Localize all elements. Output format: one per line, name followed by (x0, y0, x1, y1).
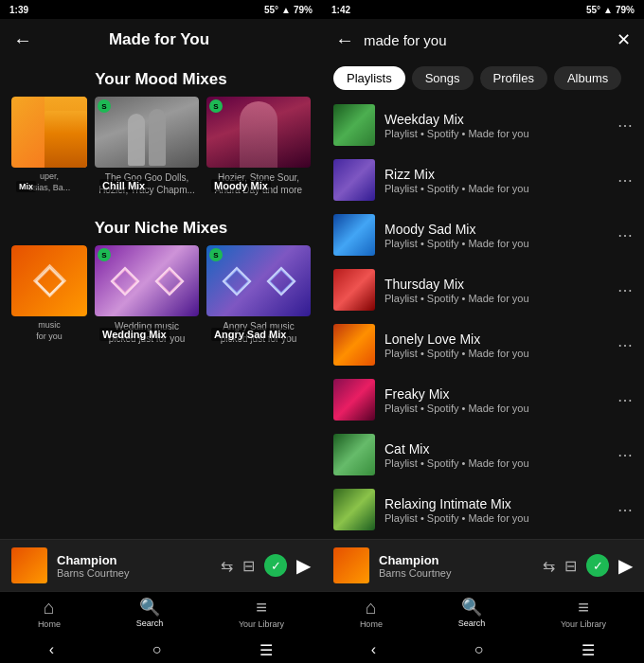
signal-left: 55° (264, 5, 278, 15)
search-label-left: Search (136, 618, 164, 628)
list-item-freaky[interactable]: Freaky Mix Playlist • Spotify • Made for… (322, 372, 644, 427)
results-list: Weekday Mix Playlist • Spotify • Made fo… (322, 98, 644, 539)
now-playing-left: Champion Barns Courtney ⇆ ⊟ ✓ ▶ (0, 539, 322, 591)
nav-search-right[interactable]: 🔍 Search (458, 599, 486, 628)
spotify-badge-chill (98, 99, 111, 113)
nav-home-left[interactable]: ⌂ Home (38, 598, 61, 629)
mix-card-super[interactable]: Mix uper,esias, Ba... (11, 97, 87, 196)
sub-cat: Playlist • Spotify • Made for you (385, 457, 608, 469)
niche-section-header: Your Niche Mixes (0, 209, 322, 245)
info-moody-sad: Moody Sad Mix Playlist • Spotify • Made … (385, 222, 608, 249)
search-input-right[interactable] (364, 32, 607, 48)
nav-search-left[interactable]: 🔍 Search (136, 599, 164, 628)
title-freaky: Freaky Mix (385, 386, 608, 402)
sys-recent-left[interactable]: ☰ (259, 641, 273, 659)
home-icon-left: ⌂ (44, 598, 55, 617)
thumb-thursday (333, 269, 375, 311)
more-moody-sad[interactable]: ⋯ (617, 226, 633, 244)
mix-card-niche1[interactable]: musicfor you (11, 245, 87, 345)
info-thursday: Thursday Mix Playlist • Spotify • Made f… (385, 277, 608, 304)
spotify-badge-wedding (98, 248, 111, 261)
list-item-relaxing[interactable]: Relaxing Intimate Mix Playlist • Spotify… (322, 482, 644, 537)
np-play-left[interactable]: ▶ (296, 554, 311, 577)
np-info-left: Champion Barns Courtney (57, 553, 211, 579)
wifi-icon-left: ▲ (281, 5, 291, 15)
more-lonely[interactable]: ⋯ (617, 336, 633, 354)
time-right: 1:42 (331, 5, 350, 15)
title-cat: Cat Mix (385, 441, 608, 457)
more-freaky[interactable]: ⋯ (617, 391, 633, 409)
np-info-right: Champion Barns Courtney (379, 553, 533, 579)
nav-library-right[interactable]: ≡ Your Library (561, 598, 606, 629)
left-panel: 1:39 55° ▲ 79% ← Made for You Your Mood … (0, 0, 322, 663)
sys-back-right[interactable]: ‹ (371, 641, 376, 658)
np-thumb-left (11, 547, 47, 583)
back-button-left[interactable]: ← (13, 30, 32, 49)
spotify-badge-moody (209, 99, 223, 113)
info-freaky: Freaky Mix Playlist • Spotify • Made for… (385, 386, 608, 414)
mix-label-angry-sad: Angry Sad Mix (211, 328, 289, 341)
right-panel: 1:42 55° ▲ 79% ← ✕ Playlists Songs Profi… (322, 0, 644, 663)
left-scroll-area: Your Mood Mixes Mix uper,esias, Ba... (0, 61, 322, 539)
tab-songs[interactable]: Songs (412, 66, 474, 90)
tab-playlists[interactable]: Playlists (333, 66, 405, 90)
status-bar-right: 1:42 55° ▲ 79% (322, 0, 644, 19)
list-item-lonely[interactable]: Lonely Love Mix Playlist • Spotify • Mad… (322, 317, 644, 372)
wifi-icon-right: ▲ (603, 5, 613, 15)
sys-home-right[interactable]: ○ (474, 641, 484, 658)
list-item-cat[interactable]: Cat Mix Playlist • Spotify • Made for yo… (322, 427, 644, 482)
np-check-left[interactable]: ✓ (264, 554, 287, 577)
nav-library-left[interactable]: ≡ Your Library (239, 598, 284, 629)
tab-albums[interactable]: Albums (554, 66, 621, 90)
title-relaxing: Relaxing Intimate Mix (385, 496, 608, 511)
list-item-thursday[interactable]: Thursday Mix Playlist • Spotify • Made f… (322, 262, 644, 317)
np-queue-icon-left[interactable]: ⊟ (242, 557, 255, 575)
signal-right: 55° (586, 5, 600, 15)
list-item-rizz[interactable]: Rizz Mix Playlist • Spotify • Made for y… (322, 152, 644, 207)
np-queue-icon-right[interactable]: ⊟ (564, 557, 577, 575)
library-label-right: Your Library (561, 619, 606, 629)
np-play-right[interactable]: ▶ (618, 554, 633, 577)
list-item-weekday[interactable]: Weekday Mix Playlist • Spotify • Made fo… (322, 98, 644, 152)
mix-card-wedding[interactable]: Wedding Mix Wedding musicpicked just for… (95, 245, 199, 345)
sys-nav-right: ‹ ○ ☰ (322, 636, 644, 663)
nav-home-right[interactable]: ⌂ Home (360, 598, 383, 629)
mix-label-super: Mix (16, 181, 36, 192)
page-title-left: Made for You (42, 30, 277, 49)
back-button-right[interactable]: ← (335, 30, 354, 49)
library-icon-left: ≡ (256, 598, 267, 617)
more-thursday[interactable]: ⋯ (617, 281, 633, 299)
top-nav-left: ← Made for You (0, 19, 322, 61)
spotify-badge-angry-sad (209, 248, 223, 261)
mood-mixes-grid: Mix uper,esias, Ba... Chill Mix The Goo … (0, 97, 322, 209)
tab-profiles[interactable]: Profiles (480, 66, 547, 90)
more-cat[interactable]: ⋯ (617, 446, 633, 464)
info-rizz: Rizz Mix Playlist • Spotify • Made for y… (385, 167, 608, 194)
np-check-right[interactable]: ✓ (586, 554, 609, 577)
thumb-relaxing (333, 489, 375, 530)
np-connect-icon-right[interactable]: ⇆ (543, 557, 555, 575)
sys-back-left[interactable]: ‹ (49, 641, 54, 658)
list-item-moody-sad[interactable]: Moody Sad Mix Playlist • Spotify • Made … (322, 207, 644, 262)
library-label-left: Your Library (239, 619, 284, 629)
more-relaxing[interactable]: ⋯ (617, 501, 633, 519)
mix-card-moody[interactable]: Moody Mix Hozier, Stone Sour,Andra Day a… (206, 97, 311, 196)
niche-mixes-grid: musicfor you Wedding Mix Wedding musicpi… (0, 245, 322, 358)
thumb-moody-sad (333, 214, 375, 256)
sys-recent-right[interactable]: ☰ (581, 641, 595, 659)
thumb-rizz (333, 159, 375, 201)
home-icon-right: ⌂ (366, 598, 377, 617)
mix-card-angry-sad[interactable]: Angry Sad Mix Angry Sad musicpicked just… (206, 245, 311, 345)
np-connect-icon-left[interactable]: ⇆ (221, 557, 233, 575)
mood-section-header: Your Mood Mixes (0, 61, 322, 97)
title-thursday: Thursday Mix (385, 277, 608, 292)
more-rizz[interactable]: ⋯ (617, 171, 633, 189)
home-label-right: Home (360, 619, 383, 629)
np-title-left: Champion (57, 553, 211, 567)
close-button-right[interactable]: ✕ (617, 29, 631, 50)
sys-home-left[interactable]: ○ (152, 641, 162, 658)
mix-card-chill[interactable]: Chill Mix The Goo Goo Dolls,Hozier, Trac… (95, 97, 199, 196)
sub-moody-sad: Playlist • Spotify • Made for you (385, 238, 608, 249)
more-weekday[interactable]: ⋯ (617, 116, 633, 134)
top-nav-right: ← ✕ (322, 19, 644, 61)
